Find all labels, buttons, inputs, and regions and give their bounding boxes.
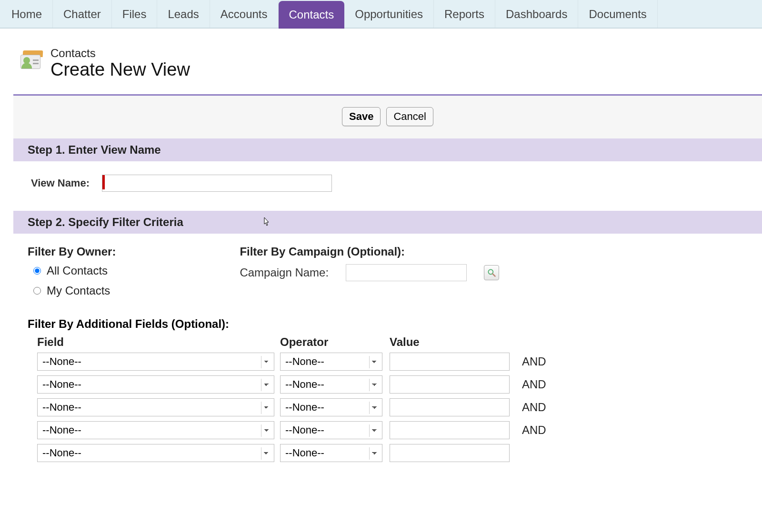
field-select[interactable]: --None-- (37, 375, 274, 394)
tab-accounts[interactable]: Accounts (210, 0, 279, 29)
campaign-name-label: Campaign Name: (240, 266, 329, 279)
value-input[interactable] (390, 353, 510, 371)
and-conjunction: AND (513, 424, 551, 437)
col-value-header: Value (390, 335, 513, 349)
page-header: Contacts Create New View (0, 30, 762, 94)
field-select[interactable]: --None-- (37, 444, 274, 462)
owner-all-contacts-input[interactable] (33, 267, 41, 275)
filter-by-owner-label: Filter By Owner: (28, 245, 116, 258)
value-input[interactable] (390, 375, 510, 394)
step1-body: View Name: (13, 161, 762, 211)
owner-all-contacts-radio[interactable]: All Contacts (33, 264, 116, 277)
tab-documents[interactable]: Documents (578, 0, 657, 29)
filter-criteria-row: --None-- --None-- AND (28, 398, 748, 416)
campaign-name-input[interactable] (346, 264, 467, 281)
content-panel: Save Cancel Step 1. Enter View Name View… (13, 94, 762, 462)
value-input[interactable] (390, 398, 510, 416)
tab-chatter[interactable]: Chatter (53, 0, 112, 29)
operator-select[interactable]: --None-- (280, 444, 382, 462)
value-input[interactable] (390, 421, 510, 439)
and-conjunction: AND (513, 401, 551, 414)
view-name-input[interactable] (105, 175, 331, 191)
tab-files[interactable]: Files (112, 0, 158, 29)
view-name-label: View Name: (28, 177, 90, 189)
filter-criteria-row: --None-- --None-- AND (28, 353, 748, 371)
operator-select[interactable]: --None-- (280, 353, 382, 371)
search-icon (487, 268, 496, 277)
tab-opportunities[interactable]: Opportunities (344, 0, 434, 29)
contacts-icon (17, 47, 44, 73)
filter-additional-label: Filter By Additional Fields (Optional): (28, 317, 748, 331)
and-conjunction: AND (513, 378, 551, 391)
owner-my-contacts-radio[interactable]: My Contacts (33, 284, 116, 297)
action-buttons-row: Save Cancel (13, 96, 762, 138)
tab-contacts[interactable]: Contacts (279, 1, 345, 29)
filter-criteria-row: --None-- --None-- AND (28, 375, 748, 394)
owner-all-contacts-label: All Contacts (47, 264, 108, 277)
cancel-button[interactable]: Cancel (386, 107, 433, 126)
owner-my-contacts-input[interactable] (33, 287, 41, 295)
step1-header: Step 1. Enter View Name (13, 138, 762, 161)
field-select[interactable]: --None-- (37, 398, 274, 416)
value-input[interactable] (390, 444, 510, 462)
page-title: Create New View (50, 60, 190, 80)
filter-table-headers: Field Operator Value (28, 334, 748, 353)
field-select[interactable]: --None-- (37, 353, 274, 371)
save-button[interactable]: Save (342, 107, 381, 126)
col-operator-header: Operator (280, 335, 390, 349)
operator-select[interactable]: --None-- (280, 398, 382, 416)
tab-leads[interactable]: Leads (157, 0, 210, 29)
filter-criteria-row: --None-- --None-- (28, 444, 748, 462)
operator-select[interactable]: --None-- (280, 421, 382, 439)
tab-home[interactable]: Home (1, 0, 53, 29)
owner-my-contacts-label: My Contacts (47, 284, 110, 297)
campaign-lookup-button[interactable] (484, 265, 499, 280)
filter-by-campaign-label: Filter By Campaign (Optional): (240, 245, 499, 258)
tab-dashboards[interactable]: Dashboards (495, 0, 578, 29)
filter-by-owner-section: Filter By Owner: All Contacts My Contact… (28, 245, 116, 304)
field-select[interactable]: --None-- (37, 421, 274, 439)
header-entity-label: Contacts (50, 47, 190, 60)
step2-body: Filter By Owner: All Contacts My Contact… (13, 234, 762, 462)
svg-line-1 (493, 274, 495, 276)
operator-select[interactable]: --None-- (280, 375, 382, 394)
filter-by-campaign-section: Filter By Campaign (Optional): Campaign … (240, 245, 499, 304)
and-conjunction: AND (513, 355, 551, 368)
tab-reports[interactable]: Reports (434, 0, 495, 29)
col-field-header: Field (37, 335, 280, 349)
main-nav-tabs: Home Chatter Files Leads Accounts Contac… (0, 0, 762, 30)
step2-header: Step 2. Specify Filter Criteria (13, 211, 762, 234)
filter-criteria-row: --None-- --None-- AND (28, 421, 748, 439)
